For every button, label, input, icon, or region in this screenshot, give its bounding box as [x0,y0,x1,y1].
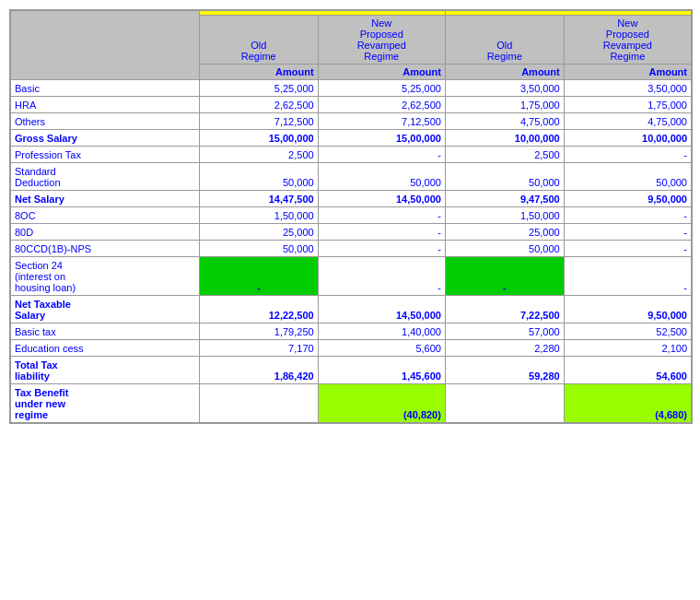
10lakh-old-regime-header: OldRegime [445,16,564,65]
cell-row11-col3: 9,50,000 [564,296,691,324]
cell-row9-col2: 50,000 [445,241,564,257]
row-label-14: Total Taxliability [11,357,200,384]
cell-row4-col1: - [318,147,445,163]
cell-row0-col2: 3,50,000 [445,80,564,97]
amount-header-4: Amount [564,65,691,80]
tax-comparison-table: OldRegime NewProposedRevampedRegime OldR… [10,10,692,423]
cell-row12-col1: 1,40,000 [318,324,445,340]
cell-row6-col1: 14,50,000 [318,191,445,207]
cell-row7-col2: 1,50,000 [445,207,564,224]
cell-row9-col1: - [318,241,445,257]
cell-row5-col0: 50,000 [199,163,318,191]
cell-row12-col0: 1,79,250 [199,324,318,340]
cell-row10-col0: - [199,257,318,296]
cell-row2-col1: 7,12,500 [318,113,445,130]
cell-row15-col2 [445,384,564,423]
cell-row8-col0: 25,000 [199,224,318,241]
cell-row0-col3: 3,50,000 [564,80,691,97]
cell-row6-col2: 9,47,500 [445,191,564,207]
cell-row6-col0: 14,47,500 [199,191,318,207]
amount-header-2: Amount [318,65,445,80]
cell-row12-col2: 57,000 [445,324,564,340]
particulars-header [11,11,200,80]
cell-row15-col1: (40,820) [318,384,445,423]
cell-row11-col0: 12,22,500 [199,296,318,324]
cell-row13-col0: 7,170 [199,340,318,357]
cell-row12-col3: 52,500 [564,324,691,340]
main-table-wrapper: OldRegime NewProposedRevampedRegime OldR… [9,9,693,424]
15lakh-new-regime-header: NewProposedRevampedRegime [318,16,445,65]
row-label-5: StandardDeduction [11,163,200,191]
cell-row9-col0: 50,000 [199,241,318,257]
cell-row4-col0: 2,500 [199,147,318,163]
cell-row14-col0: 1,86,420 [199,357,318,384]
cell-row0-col0: 5,25,000 [199,80,318,97]
cell-row0-col1: 5,25,000 [318,80,445,97]
row-label-0: Basic [11,80,200,97]
cell-row3-col1: 15,00,000 [318,130,445,147]
cell-row3-col3: 10,00,000 [564,130,691,147]
amount-header-1: Amount [199,65,318,80]
row-label-13: Education cess [11,340,200,357]
cell-row5-col2: 50,000 [445,163,564,191]
15lakh-old-regime-header: OldRegime [199,16,318,65]
cell-row13-col2: 2,280 [445,340,564,357]
row-label-10: Section 24(interest onhousing loan) [11,257,200,296]
cell-row2-col2: 4,75,000 [445,113,564,130]
row-label-6: Net Salary [11,191,200,207]
row-label-2: Others [11,113,200,130]
cell-row6-col3: 9,50,000 [564,191,691,207]
cell-row1-col2: 1,75,000 [445,97,564,113]
row-label-4: Profession Tax [11,147,200,163]
amount-header-3: Amount [445,65,564,80]
row-label-3: Gross Salary [11,130,200,147]
cell-row7-col3: - [564,207,691,224]
cell-row4-col3: - [564,147,691,163]
cell-row2-col0: 7,12,500 [199,113,318,130]
row-label-1: HRA [11,97,200,113]
cell-row1-col0: 2,62,500 [199,97,318,113]
cell-row13-col3: 2,100 [564,340,691,357]
cell-row14-col1: 1,45,600 [318,357,445,384]
cell-row8-col2: 25,000 [445,224,564,241]
cell-row7-col1: - [318,207,445,224]
cell-row14-col3: 54,600 [564,357,691,384]
cell-row8-col1: - [318,224,445,241]
cell-row15-col0 [199,384,318,423]
cell-row15-col3: (4,680) [564,384,691,423]
row-label-9: 80CCD(1B)-NPS [11,241,200,257]
cell-row3-col0: 15,00,000 [199,130,318,147]
row-label-15: Tax Benefitunder newregime [11,384,200,423]
cell-row5-col1: 50,000 [318,163,445,191]
cell-row10-col3: - [564,257,691,296]
cell-row4-col2: 2,500 [445,147,564,163]
row-label-8: 80D [11,224,200,241]
cell-row3-col2: 10,00,000 [445,130,564,147]
cell-row11-col1: 14,50,000 [318,296,445,324]
cell-row11-col2: 7,22,500 [445,296,564,324]
cell-row8-col3: - [564,224,691,241]
cell-row9-col3: - [564,241,691,257]
cell-row10-col2: - [445,257,564,296]
cell-row10-col1: - [318,257,445,296]
cell-row1-col1: 2,62,500 [318,97,445,113]
cell-row14-col2: 59,280 [445,357,564,384]
10lakh-new-regime-header: NewProposedRevampedRegime [564,16,691,65]
cell-row2-col3: 4,75,000 [564,113,691,130]
row-label-7: 8OC [11,207,200,224]
cell-row7-col0: 1,50,000 [199,207,318,224]
cell-row5-col3: 50,000 [564,163,691,191]
cell-row13-col1: 5,600 [318,340,445,357]
row-label-11: Net TaxableSalary [11,296,200,324]
row-label-12: Basic tax [11,324,200,340]
cell-row1-col3: 1,75,000 [564,97,691,113]
